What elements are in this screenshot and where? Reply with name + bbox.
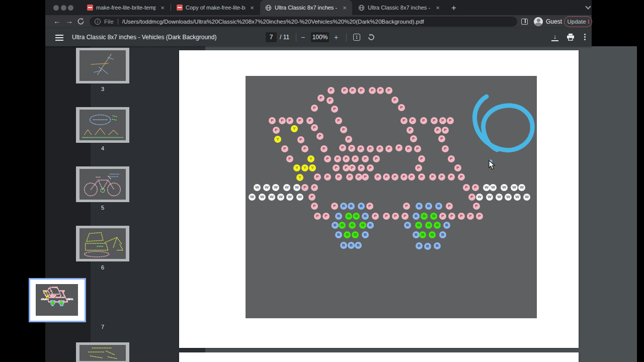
peg-P: P — [311, 184, 318, 191]
peg-W: W — [293, 184, 300, 191]
peg-board: car glowpeg.com PPPPPPPPPPPPPPPPPPPPPPPP… — [246, 76, 537, 318]
peg-P: P — [333, 164, 340, 171]
peg-W: W — [523, 194, 530, 201]
peg-B: B — [335, 213, 342, 220]
window-zoom-button[interactable] — [68, 5, 73, 11]
tab-2-close-icon[interactable]: × — [249, 5, 256, 11]
peg-P: P — [335, 117, 342, 124]
globe-icon — [265, 5, 272, 11]
peg-W: W — [263, 184, 270, 191]
screen: make-free-lite-brite-template × Copy of … — [0, 0, 644, 362]
peg-P: P — [301, 145, 308, 152]
thumbnail-page-7-selected[interactable] — [29, 278, 86, 322]
page-number-input[interactable]: 7 — [266, 32, 277, 42]
tab-2[interactable]: Copy of make-free-lite-brite-te × — [172, 0, 260, 15]
peg-P: P — [468, 194, 475, 201]
info-icon[interactable]: i — [95, 19, 101, 25]
fit-page-icon[interactable] — [353, 34, 360, 41]
tab-3-close-icon[interactable]: × — [341, 5, 348, 11]
peg-W: W — [249, 194, 256, 201]
tab-4-close-icon[interactable]: × — [434, 5, 441, 11]
tab-1-close-icon[interactable]: × — [159, 5, 166, 11]
tab-3-active[interactable]: Ultra Classic 8x7 inches - Vehi × — [260, 0, 352, 15]
back-icon[interactable]: ← — [53, 17, 61, 25]
thumbnail-page-3-label: 3 — [76, 86, 129, 92]
peg-P: P — [355, 173, 362, 180]
thumb-5-bicycle-pattern — [79, 169, 126, 200]
peg-W: W — [277, 194, 284, 201]
peg-G: G — [434, 222, 441, 229]
toolbar-divider — [296, 33, 296, 41]
peg-P: P — [349, 87, 356, 94]
reload-icon[interactable] — [77, 18, 85, 25]
side-panel-icon[interactable] — [521, 19, 528, 25]
thumbnail-page-8[interactable] — [76, 342, 129, 362]
peg-P: P — [458, 213, 465, 220]
update-button[interactable]: Update — [564, 16, 592, 27]
peg-W: W — [254, 184, 261, 191]
peg-B: B — [434, 242, 441, 249]
thumbnail-page-4[interactable] — [76, 107, 129, 143]
peg-P: P — [358, 87, 365, 94]
peg-P: P — [314, 213, 321, 220]
mouse-cursor — [489, 160, 496, 170]
zoom-in-icon[interactable]: + — [334, 33, 338, 41]
peg-P: P — [297, 136, 304, 143]
tab-4[interactable]: Ultra Classic 8x7 inches - Veh × — [353, 0, 445, 15]
download-icon[interactable]: ↓ — [551, 33, 558, 41]
peg-P: P — [403, 203, 410, 210]
peg-P: P — [418, 155, 425, 162]
peg-P: P — [317, 95, 325, 102]
window-minimize-button[interactable] — [61, 5, 66, 11]
pdf-page-8-top — [179, 352, 579, 362]
url-field[interactable]: i File /Users/toddmcg/Downloads/Ultra%20… — [90, 17, 517, 27]
peg-P: P — [458, 173, 465, 180]
peg-P: P — [311, 105, 318, 112]
peg-P: P — [408, 173, 415, 180]
thumb-4-pattern — [79, 110, 126, 140]
peg-P: P — [391, 173, 398, 180]
menu-icon[interactable] — [55, 35, 63, 42]
print-icon[interactable] — [567, 33, 575, 41]
window-close-button[interactable] — [53, 5, 59, 11]
peg-P: P — [442, 145, 449, 152]
peg-P: P — [405, 145, 412, 152]
peg-B: B — [443, 222, 450, 229]
url-scheme-label: File — [104, 19, 114, 25]
chevron-down-icon[interactable] — [585, 4, 591, 9]
peg-P: P — [349, 164, 356, 171]
peg-P: P — [341, 87, 348, 94]
peg-P: P — [442, 127, 449, 134]
zoom-level[interactable]: 100% — [311, 32, 329, 42]
peg-P: P — [374, 173, 381, 180]
tab-3-label: Ultra Classic 8x7 inches - Vehi — [275, 5, 338, 11]
peg-P: P — [324, 173, 331, 180]
peg-P: P — [343, 155, 350, 162]
peg-P: P — [281, 145, 288, 152]
toolbar-divider — [346, 33, 347, 41]
peg-B: B — [435, 203, 442, 210]
peg-B: B — [416, 242, 423, 249]
peg-Y: Y — [309, 164, 316, 171]
thumbnail-page-3[interactable] — [76, 48, 129, 83]
more-options-icon[interactable] — [584, 34, 586, 41]
thumbnail-page-6-label: 6 — [76, 264, 129, 270]
peg-B: B — [424, 243, 431, 250]
new-tab-button[interactable]: + — [451, 3, 456, 13]
peg-B: B — [362, 213, 369, 220]
peg-G: G — [352, 231, 359, 238]
peg-P: P — [346, 173, 353, 180]
peg-B: B — [332, 222, 339, 229]
peg-P: P — [429, 173, 436, 180]
thumbnail-page-6[interactable] — [76, 226, 129, 261]
peg-G: G — [421, 213, 428, 220]
zoom-out-icon[interactable]: − — [301, 33, 305, 41]
forward-icon[interactable]: → — [65, 17, 73, 25]
rotate-icon[interactable] — [367, 33, 375, 41]
avatar[interactable] — [534, 17, 543, 26]
address-bar-row: ← → i File /Users/toddmcg/Downloads/Ultr… — [45, 15, 592, 28]
peg-B: B — [335, 231, 342, 238]
thumbnail-page-5[interactable] — [76, 166, 129, 202]
peg-P: P — [296, 117, 303, 124]
tab-1[interactable]: make-free-lite-brite-template × — [82, 0, 170, 15]
